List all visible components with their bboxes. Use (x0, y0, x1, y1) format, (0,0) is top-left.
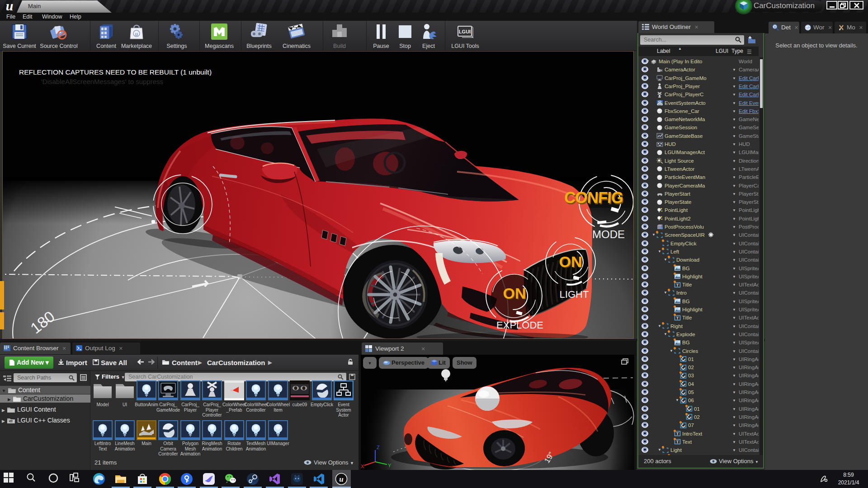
svg-text:ON: ON (559, 253, 582, 270)
svg-text:ON: ON (503, 285, 526, 302)
svg-text:REFLECTION CAPTURES NEED TO BE: REFLECTION CAPTURES NEED TO BE REBUILT (… (19, 68, 212, 76)
svg-text:u: u (135, 30, 138, 37)
svg-text:MODE: MODE (592, 228, 625, 240)
svg-text:i: i (774, 25, 775, 29)
svg-text:T: T (676, 440, 679, 444)
svg-text:Y: Y (388, 463, 392, 468)
svg-text:T: T (676, 432, 679, 436)
svg-text:Z: Z (377, 445, 380, 450)
svg-text:'DisableAllScreenMessages' to: 'DisableAllScreenMessages' to suppress (41, 78, 163, 85)
svg-text:LGUI: LGUI (459, 29, 471, 34)
svg-text:T: T (676, 316, 679, 320)
svg-text:LIGHT: LIGHT (560, 289, 589, 300)
svg-text:u: u (339, 475, 343, 483)
svg-text:EXPLODE: EXPLODE (496, 319, 543, 331)
svg-text:X: X (361, 464, 364, 469)
svg-text:C++: C++ (9, 420, 13, 423)
svg-text:T: T (676, 283, 679, 287)
svg-text:CONFIG: CONFIG (564, 188, 623, 206)
